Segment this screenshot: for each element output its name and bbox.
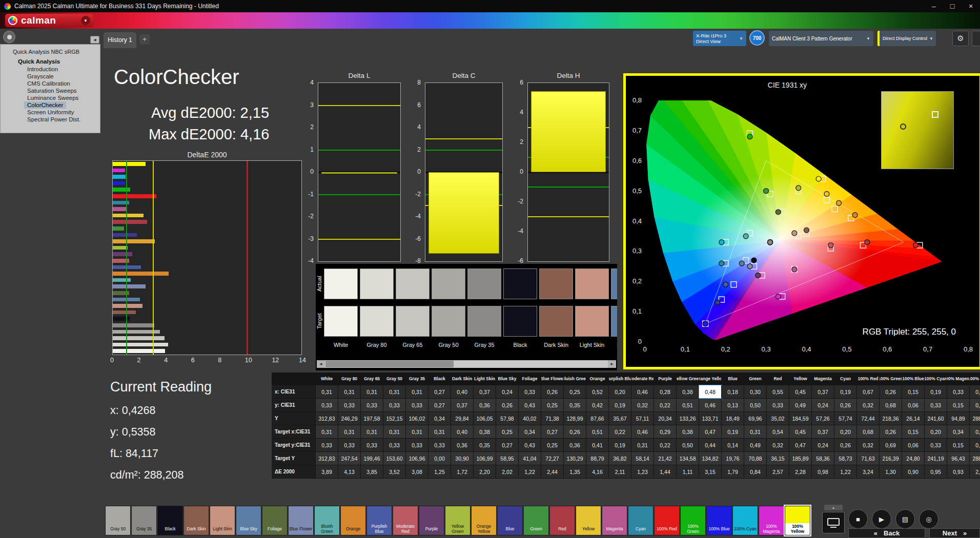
col-header-moderate-red: Moderate Red (631, 373, 654, 385)
pattern-button-moderate-red[interactable]: Moderate Red (393, 506, 418, 535)
delta-c-ticks: 86420-2-4-6-8 (410, 82, 423, 262)
pattern-button-yellow-green[interactable]: Yellow Green (445, 506, 471, 535)
autocal-button[interactable]: ◎ (919, 509, 938, 529)
cell-x-orange: 0,52 (586, 385, 609, 398)
maximize-button[interactable]: □ (943, 0, 962, 12)
pattern-button-100-cyan[interactable]: 100% Cyan (732, 506, 758, 535)
pattern-button-100-yellow[interactable]: 100% Yellow (785, 506, 810, 535)
pattern-button-purplish-blue[interactable]: Purplish Blue (366, 506, 392, 535)
minimize-button[interactable]: – (925, 0, 943, 12)
cell-de-100-red: 3,24 (857, 465, 880, 478)
meter-dropdown[interactable]: X-Rite i1Pro 3 Direct View ▼ (693, 31, 746, 46)
pattern-button-bluish-green[interactable]: Bluish Green (314, 506, 340, 535)
cell-x-orange-yellow[interactable]: 0,48 (699, 385, 722, 398)
pattern-button-dark-skin[interactable]: Dark Skin (183, 506, 209, 535)
cell-de-white: 3,89 (316, 465, 338, 478)
pattern-label: Magenta (602, 523, 627, 535)
logo-menu-button[interactable]: ▼ (81, 16, 90, 25)
display-control-dropdown[interactable]: Direct Display Control ▼ (877, 31, 936, 46)
sidebar-collapse-button[interactable]: ◀ (90, 36, 99, 44)
cell-ty-purplish-blue: 0,19 (609, 439, 631, 451)
sidebar-item-screen-uniformity[interactable]: Screen Uniformity (24, 109, 77, 116)
deltae-bar-green (113, 226, 124, 231)
scroll-right-button[interactable]: ► (608, 360, 616, 368)
cell-x-gray-35: 0,31 (406, 385, 428, 398)
cie-measured-orange (852, 213, 858, 218)
actual-swatch-dark-skin (539, 268, 573, 299)
pattern-button-orange[interactable]: Orange (340, 506, 366, 535)
target-line (318, 150, 400, 151)
cell-tY-100-blue: 24,80 (902, 452, 925, 465)
swatch-scrollbar[interactable]: ◄ ► (317, 360, 616, 368)
sidebar-item-colorchecker[interactable]: ColorChecker (24, 101, 66, 109)
deltae-bar-magenta (113, 207, 126, 211)
pattern-button-100-blue[interactable]: 100% Blue (706, 506, 732, 535)
close-button[interactable]: × (962, 0, 980, 12)
pattern-button-100-green[interactable]: 100% Green (680, 506, 706, 535)
sidebar-item-saturation-sweeps[interactable]: Saturation Sweeps (24, 87, 80, 94)
app-menu-button[interactable] (3, 31, 15, 43)
pattern-button-red[interactable]: Red (549, 506, 575, 535)
add-tab-button[interactable]: + (139, 34, 150, 45)
pattern-button-blue[interactable]: Blue (497, 506, 523, 535)
tab-history-1[interactable]: History 1 (104, 32, 136, 48)
pattern-button-black[interactable]: Black (157, 506, 183, 535)
pattern-button-blue-flower[interactable]: Blue Flower (288, 506, 314, 535)
cie-measured-orange-yellow (836, 200, 842, 205)
pattern-source-dropdown[interactable]: CalMAN Client 3 Pattern Generator ▼ (769, 31, 873, 46)
strip-scroll-up-button[interactable]: ▲ (824, 505, 843, 510)
scroll-left-button[interactable]: ◄ (317, 360, 325, 368)
cell-Y-orange: 87,66 (586, 412, 609, 425)
menu-icon (7, 35, 12, 39)
pattern-button-foliage[interactable]: Foliage (262, 506, 288, 535)
pattern-button-green[interactable]: Green (523, 506, 549, 535)
pattern-button-light-skin[interactable]: Light Skin (210, 506, 235, 535)
cell-ty-magenta: 0,24 (812, 439, 834, 451)
deltae-bar-100-red (113, 194, 156, 198)
pattern-button-100-magenta[interactable]: 100% Magenta (759, 506, 784, 535)
axis-tick-label: 4 (417, 123, 421, 131)
sidebar-item-introduction[interactable]: Introduction (24, 66, 61, 73)
sidebar-item-quick-analysis[interactable]: Quick Analysis (1, 57, 100, 66)
axis-tick-label: 0,3 (627, 247, 642, 255)
cell-tx-light-skin: 0,38 (474, 425, 496, 438)
read-series-button[interactable]: ▤ (895, 509, 915, 529)
pattern-button-yellow[interactable]: Yellow (576, 506, 601, 535)
pattern-button-purple[interactable]: Purple (419, 506, 444, 535)
sidebar-item-cms-calibration[interactable]: CMS Calibration (24, 80, 73, 87)
calman-logo-button[interactable]: calman ▼ (5, 14, 93, 27)
sidebar-item-luminance-sweeps[interactable]: Luminance Sweeps (24, 94, 81, 101)
read-button[interactable]: ▶ (872, 509, 891, 529)
swatch-column-label: Black (503, 342, 537, 348)
panel-toggle-button[interactable] (972, 31, 980, 46)
axis-tick-label: -4 (308, 257, 314, 264)
current-reading-fl: fL: 84,117 (110, 447, 158, 460)
pattern-button-gray-35[interactable]: Gray 35 (131, 506, 157, 535)
pattern-button-blue-sky[interactable]: Blue Sky (236, 506, 261, 535)
cell-tY-orange-yellow: 134,82 (699, 452, 722, 465)
sidebar-item-grayscale[interactable]: Grayscale (24, 73, 57, 80)
back-button[interactable]: « Back (848, 528, 925, 538)
cell-y-purple: 0,22 (654, 399, 677, 411)
meter-badge[interactable]: 700 (749, 30, 765, 46)
settings-gear-button[interactable]: ⚙ (952, 31, 969, 46)
pattern-button-magenta[interactable]: Magenta (602, 506, 627, 535)
scrollbar-thumb[interactable] (325, 361, 454, 367)
cell-tx-blue-sky: 0,25 (496, 425, 519, 438)
display-preview-button[interactable] (822, 512, 845, 533)
pattern-label: Blue Flower (289, 523, 313, 535)
delta-c-plot (425, 82, 503, 262)
cell-Y-100-cyan: 241,60 (925, 412, 947, 425)
window-controls: – □ × (925, 0, 980, 12)
axis-tick-label: 2 (417, 146, 421, 153)
pattern-button-100-red[interactable]: 100% Red (654, 506, 680, 535)
next-button[interactable]: Next » (929, 528, 980, 538)
pattern-button-orange-yellow[interactable]: Orange Yellow (471, 506, 497, 535)
cell-y-bluish-green: 0,35 (564, 399, 586, 411)
stop-button[interactable]: ■ (848, 509, 868, 529)
pattern-button-cyan[interactable]: Cyan (628, 506, 654, 535)
sidebar-item-spectral-power-dist[interactable]: Spectral Power Dist. (24, 116, 84, 123)
cell-y-gray-35: 0,33 (406, 399, 428, 411)
cie-measured-moderate-red (828, 243, 833, 248)
pattern-button-gray-50[interactable]: Gray 50 (105, 506, 131, 535)
